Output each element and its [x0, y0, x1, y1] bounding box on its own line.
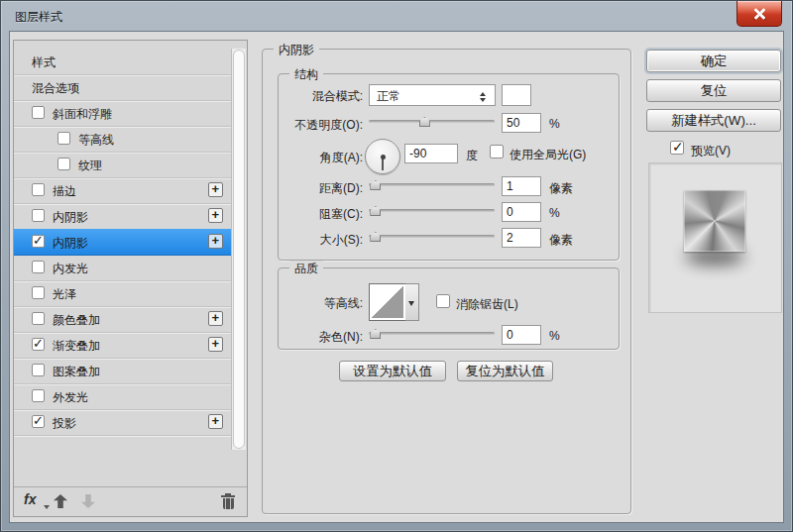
anti-alias-checkbox[interactable]: [436, 294, 450, 308]
size-label: 大小(S):: [276, 232, 363, 249]
noise-unit: %: [549, 329, 560, 343]
add-effect-icon[interactable]: [208, 182, 223, 197]
checkbox-checked[interactable]: [32, 338, 45, 351]
add-effect-icon[interactable]: [208, 414, 223, 429]
blend-mode-select[interactable]: 正常: [369, 84, 496, 106]
contour-label: 等高线:: [276, 295, 363, 312]
checkbox-checked[interactable]: [32, 235, 45, 248]
slider-thumb[interactable]: [370, 329, 381, 339]
sidebar-item-satin[interactable]: 光泽: [14, 280, 231, 307]
sidebar-item-styles[interactable]: 样式: [14, 49, 231, 75]
sidebar-item-color-overlay[interactable]: 颜色叠加: [14, 306, 231, 333]
sidebar-item-pattern-overlay[interactable]: 图案叠加: [14, 358, 231, 384]
contour-thumbnail-icon: [372, 286, 403, 318]
size-input[interactable]: [502, 228, 541, 248]
sidebar-item-blending-options[interactable]: 混合选项: [14, 74, 231, 101]
choke-input[interactable]: [502, 202, 541, 222]
slider-thumb[interactable]: [419, 117, 430, 127]
panel-title: 内阴影: [274, 42, 319, 58]
new-style-button[interactable]: 新建样式(W)...: [646, 109, 781, 132]
size-unit: 像素: [549, 232, 573, 249]
quality-title: 品质: [289, 261, 323, 277]
delete-effect-icon[interactable]: [221, 493, 235, 509]
stepper-icon: [480, 89, 488, 105]
reset-button[interactable]: 复位: [646, 79, 781, 102]
sidebar-item-outer-glow[interactable]: 外发光: [14, 383, 231, 410]
anti-alias-label: 消除锯齿(L): [456, 296, 518, 313]
fx-menu-button[interactable]: fx: [24, 491, 36, 507]
add-effect-icon[interactable]: [208, 208, 223, 223]
shadow-color-swatch[interactable]: [502, 84, 531, 106]
checkbox[interactable]: [32, 364, 45, 376]
checkbox[interactable]: [32, 106, 45, 119]
scrollbar-thumb[interactable]: [233, 50, 245, 449]
sidebar-item-stroke[interactable]: 描边: [14, 177, 231, 204]
slider-thumb[interactable]: [370, 206, 381, 216]
distance-input[interactable]: [502, 176, 541, 196]
slider-thumb[interactable]: [370, 232, 381, 242]
sidebar-item-texture[interactable]: 纹理: [14, 152, 231, 178]
move-effect-up-icon[interactable]: [54, 494, 67, 508]
checkbox[interactable]: [32, 261, 45, 273]
opacity-label: 不透明度(O):: [276, 117, 363, 134]
styles-sidebar: 样式 混合选项 斜面和浮雕 等高线 纹理 描边 内阴影 内阴影: [13, 40, 248, 517]
checkbox[interactable]: [57, 132, 70, 145]
checkbox[interactable]: [32, 209, 45, 222]
choke-slider[interactable]: [369, 204, 495, 217]
checkbox[interactable]: [32, 286, 45, 299]
add-effect-icon[interactable]: [208, 337, 223, 352]
angle-unit: 度: [466, 148, 478, 164]
style-preview-well: [648, 162, 782, 313]
sidebar-scrollbar[interactable]: [231, 49, 246, 450]
sidebar-footer: fx: [14, 488, 247, 516]
preview-thumbnail: [684, 190, 745, 252]
preview-checkbox[interactable]: [670, 141, 684, 155]
slider-track: [369, 183, 495, 186]
checkbox[interactable]: [32, 389, 45, 402]
sidebar-item-drop-shadow[interactable]: 投影: [14, 409, 231, 436]
blend-mode-label: 混合模式:: [276, 88, 363, 105]
choke-label: 阻塞(C):: [276, 206, 363, 223]
checkbox[interactable]: [57, 158, 70, 170]
slider-track: [369, 209, 495, 212]
distance-label: 距离(D):: [276, 180, 363, 197]
checkbox-checked[interactable]: [32, 415, 45, 428]
checkbox[interactable]: [32, 312, 45, 325]
sidebar-item-inner-shadow-1[interactable]: 内阴影: [14, 203, 231, 230]
sidebar-item-contour[interactable]: 等高线: [14, 126, 231, 153]
sidebar-item-bevel-emboss[interactable]: 斜面和浮雕: [14, 100, 231, 127]
preview-label: 预览(V): [691, 143, 731, 160]
opacity-slider[interactable]: [369, 115, 495, 128]
close-button[interactable]: [736, 1, 782, 27]
sidebar-item-inner-glow[interactable]: 内发光: [14, 255, 231, 281]
contour-dropdown-icon[interactable]: [405, 283, 419, 321]
slider-thumb[interactable]: [370, 180, 381, 190]
slider-track: [369, 332, 495, 335]
noise-slider[interactable]: [369, 327, 495, 340]
move-effect-down-icon[interactable]: [81, 494, 95, 508]
checkbox[interactable]: [32, 183, 45, 196]
use-global-light-checkbox[interactable]: [490, 145, 504, 159]
contour-picker[interactable]: [369, 283, 406, 321]
add-effect-icon[interactable]: [208, 234, 223, 249]
distance-unit: 像素: [549, 180, 573, 197]
noise-input[interactable]: [502, 325, 541, 345]
noise-label: 杂色(N):: [276, 329, 363, 346]
sidebar-item-gradient-overlay[interactable]: 渐变叠加: [14, 332, 231, 359]
opacity-unit: %: [549, 117, 560, 131]
ok-button[interactable]: 确定: [646, 50, 781, 72]
size-slider[interactable]: [369, 230, 495, 243]
opacity-input[interactable]: [502, 113, 541, 133]
reset-default-button[interactable]: 复位为默认值: [457, 361, 553, 381]
make-default-button[interactable]: 设置为默认值: [339, 361, 446, 381]
add-effect-icon[interactable]: [208, 311, 223, 326]
fx-caret-icon: [44, 505, 50, 512]
slider-track: [369, 120, 495, 123]
angle-dial[interactable]: [365, 139, 400, 174]
distance-slider[interactable]: [369, 178, 495, 191]
titlebar[interactable]: 图层样式: [1, 1, 792, 31]
sidebar-item-inner-shadow-2[interactable]: 内阴影: [14, 229, 231, 256]
slider-track: [369, 235, 495, 238]
angle-center-icon: [381, 155, 386, 160]
angle-input[interactable]: [404, 144, 458, 163]
